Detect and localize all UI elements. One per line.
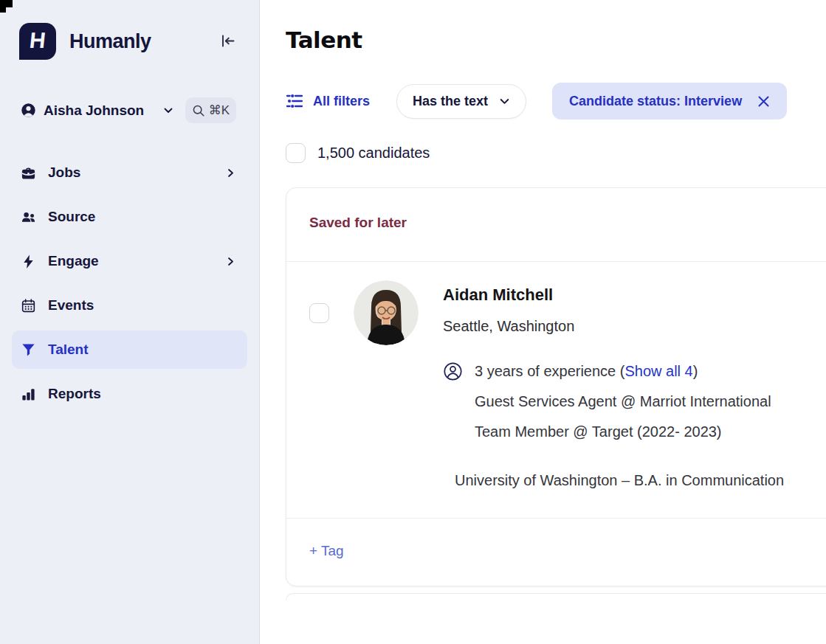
education-row: University of Washington – B.A. in Commu… [443,470,826,491]
search-shortcut-label: ⌘K [209,103,230,118]
sidebar: H Humanly Aisha Johnson [0,0,260,644]
chevron-right-icon [226,257,235,266]
experience-summary-row: 3 years of experience (Show all 4) [443,361,826,381]
sidebar-item-label: Engage [48,253,99,269]
candidate-photo [354,280,419,345]
sliders-icon [286,92,303,110]
brand-name: Humanly [69,30,151,53]
sidebar-item-label: Talent [48,342,89,358]
next-card-top-edge [286,593,826,600]
main-content: Talent All filters Has the text Candidat… [261,0,826,644]
bar-chart-icon [21,387,36,402]
experience-summary: 3 years of experience (Show all 4) [475,361,698,381]
chevron-right-icon [226,168,235,178]
candidate-row: Aidan Mitchell Seattle, Washington 3 yea… [286,262,826,518]
humanly-logo: H [19,23,56,60]
text-filter-label: Has the text [413,94,488,109]
user-name: Aisha Johnson [44,103,144,119]
user-avatar-icon [21,103,36,118]
education-text: University of Washington – B.A. in Commu… [455,470,784,491]
filter-bar: All filters Has the text Candidate statu… [286,83,826,120]
lightning-icon [21,254,36,269]
select-all-checkbox[interactable] [286,143,306,163]
add-tag-button[interactable]: + Tag [309,543,344,558]
user-menu[interactable]: Aisha Johnson ⌘K [0,97,259,123]
experience-item: Team Member @ Target (2022- 2023) [475,421,826,442]
status-filter-chip: Candidate status: Interview [552,83,787,120]
collapse-sidebar-icon[interactable] [219,32,237,50]
card-section-header: Saved for later [286,188,826,262]
candidate-count: 1,500 candidates [317,145,430,162]
sidebar-item-label: Reports [48,386,101,402]
funnel-icon [21,342,36,358]
text-filter-dropdown[interactable]: Has the text [396,84,526,119]
sidebar-item-events[interactable]: Events [12,286,247,325]
sidebar-item-source[interactable]: Source [12,198,247,236]
sidebar-item-engage[interactable]: Engage [12,242,247,280]
sidebar-header: H Humanly [0,0,259,60]
candidate-info: Aidan Mitchell Seattle, Washington 3 yea… [443,280,826,491]
all-filters-button[interactable]: All filters [286,92,370,110]
sidebar-item-jobs[interactable]: Jobs [12,153,247,192]
sidebar-item-label: Events [48,297,94,314]
candidate-name[interactable]: Aidan Mitchell [443,285,826,305]
sidebar-item-label: Jobs [48,165,80,181]
candidate-card: Saved for later [286,187,826,586]
selection-bar: 1,500 candidates [286,143,826,163]
person-circle-icon [443,361,463,381]
remove-filter-icon[interactable] [757,95,770,108]
candidate-checkbox[interactable] [309,303,329,323]
sidebar-nav: Jobs Source Engage [0,153,259,413]
calendar-icon [21,298,36,314]
show-all-link[interactable]: Show all 4 [624,363,692,379]
briefcase-icon [21,165,36,181]
chevron-down-icon [499,96,510,107]
search-shortcut-button[interactable]: ⌘K [185,97,236,123]
experience-item: Guest Services Agent @ Marriot Internati… [475,391,826,412]
people-icon [21,210,36,225]
search-icon [192,104,205,117]
page-title: Talent [286,27,826,53]
all-filters-label: All filters [313,94,370,109]
status-chip-label: Candidate status: Interview [569,94,742,109]
card-footer: + Tag [286,518,826,586]
experience-section: 3 years of experience (Show all 4) Guest… [443,361,826,491]
sidebar-item-reports[interactable]: Reports [12,375,247,413]
chevron-down-icon [163,105,173,116]
saved-for-later-label: Saved for later [309,215,407,230]
sidebar-item-talent[interactable]: Talent [12,330,247,369]
candidate-location: Seattle, Washington [443,316,826,336]
sidebar-item-label: Source [48,209,95,225]
